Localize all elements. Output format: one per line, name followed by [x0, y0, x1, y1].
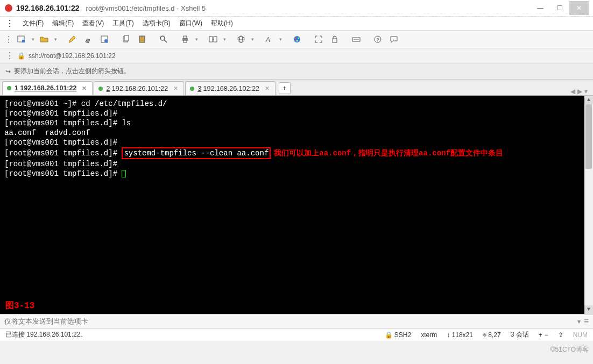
tab-nav-down-icon[interactable]: ▾ [584, 88, 588, 95]
print-icon[interactable] [178, 32, 193, 47]
status-term: xterm [421, 331, 437, 339]
watermark: ©51CTO博客 [550, 345, 589, 354]
compose-input[interactable] [4, 317, 577, 325]
help-icon[interactable]: ? [370, 32, 385, 47]
open-icon[interactable] [37, 32, 52, 47]
status-proto: SSH2 [394, 331, 411, 339]
tab-close-icon[interactable]: ✕ [82, 85, 87, 92]
title-bar: 192.168.26.101:22 root@vms001:/etc/tmpfi… [0, 0, 593, 16]
terminal-line: [root@vms001 tmpfiles.d]# [4, 109, 589, 118]
open-dropdown[interactable]: ▾ [53, 37, 58, 42]
compose-menu-icon[interactable]: ≡ [584, 317, 589, 326]
globe-icon[interactable] [234, 32, 249, 47]
status-pos: 8,27 [488, 331, 500, 339]
lock-icon[interactable] [327, 32, 342, 47]
pen-icon[interactable] [65, 32, 80, 47]
info-bar: ↪ 要添加当前会话，点击左侧的箭头按钮。 [0, 63, 593, 80]
new-session-icon[interactable] [14, 32, 29, 47]
svg-point-4 [104, 39, 108, 42]
terminal-line: [root@vms001 tmpfiles.d]# [4, 138, 589, 147]
menu-help[interactable]: 帮助(H) [211, 19, 233, 28]
status-dot-icon [98, 87, 103, 91]
svg-rect-6 [124, 35, 129, 41]
terminal[interactable]: [root@vms001 ~]# cd /etc/tmpfiles.d/[roo… [0, 96, 593, 314]
color-palette-icon[interactable] [290, 32, 305, 47]
copy-icon[interactable] [118, 32, 133, 47]
svg-point-9 [160, 36, 165, 40]
print-dropdown[interactable]: ▾ [194, 37, 199, 42]
status-connected: 已连接 192.168.26.101:22。 [5, 330, 87, 339]
terminal-line: [root@vms001 tmpfiles.d]# ls [4, 118, 589, 128]
menu-bar: ⋮ 文件(F) 编辑(E) 查看(V) 工具(T) 选项卡(B) 窗口(W) 帮… [0, 16, 593, 30]
scroll-down-icon[interactable]: ▼ [584, 305, 593, 314]
tab-close-icon[interactable]: ✕ [265, 85, 270, 92]
terminal-scrollbar[interactable]: ▲ ▼ [584, 96, 593, 314]
tab-close-icon[interactable]: ✕ [173, 85, 178, 92]
toolbar: ⋮ ▾ ▾ ▾ ▾ ▾ A ▾ ? [0, 30, 593, 48]
scroll-thumb[interactable] [585, 104, 592, 169]
figure-label: 图3-13 [5, 301, 34, 311]
addr-grip-icon[interactable]: ⋮ [5, 51, 14, 61]
minimize-button[interactable]: — [531, 1, 550, 15]
compose-bar: ▾ ≡ [0, 314, 593, 328]
menu-view[interactable]: 查看(V) [82, 19, 104, 28]
globe-dropdown[interactable]: ▾ [250, 37, 255, 42]
svg-point-23 [298, 38, 300, 39]
svg-text:A: A [265, 36, 270, 44]
plus-icon[interactable]: + [539, 331, 542, 339]
app-icon [4, 4, 13, 12]
menu-grip-icon[interactable]: ⋮ [5, 18, 14, 28]
caps-icon: ⇪ [558, 331, 563, 339]
tab-strip: 1 192.168.26.101:22 ✕ 2 192.168.26.101:2… [0, 80, 593, 96]
status-dot-icon [7, 86, 11, 90]
address-bar: ⋮ 🔒 ssh://root@192.168.26.101:22 [0, 48, 593, 63]
size-icon: ↕ [447, 331, 450, 339]
svg-point-24 [296, 40, 298, 42]
chat-icon[interactable] [386, 32, 401, 47]
status-dot-icon [190, 87, 194, 91]
arrow-hint-icon[interactable]: ↪ [5, 68, 11, 75]
status-bar: 已连接 192.168.26.101:22。 🔒 SSH2 xterm ↕ 11… [0, 328, 593, 341]
minus-icon[interactable]: − [545, 331, 548, 339]
terminal-line: [root@vms001 tmpfiles.d]# [4, 159, 589, 169]
terminal-line: [root@vms001 tmpfiles.d]# [4, 169, 589, 179]
menu-edit[interactable]: 编辑(E) [52, 19, 74, 28]
session-tab-1[interactable]: 1 192.168.26.101:22 ✕ [2, 81, 93, 95]
reconnect-dropdown[interactable]: ▾ [222, 37, 227, 42]
tab-nav-right-icon[interactable]: ▶ [577, 88, 582, 95]
paste-icon[interactable] [135, 32, 150, 47]
pos-icon: ⎆ [483, 331, 486, 339]
expand-icon[interactable] [311, 32, 326, 47]
brush-icon[interactable] [81, 32, 96, 47]
num-indicator: NUM [573, 331, 588, 339]
info-text: 要添加当前会话，点击左侧的箭头按钮。 [14, 67, 130, 76]
session-tab-2[interactable]: 2 192.168.26.101:22 ✕ [94, 81, 184, 95]
tab-nav-left-icon[interactable]: ◀ [570, 88, 575, 95]
menu-window[interactable]: 窗口(W) [179, 19, 202, 28]
keyboard-icon[interactable] [349, 32, 364, 47]
menu-tools[interactable]: 工具(T) [112, 19, 133, 28]
font-dropdown[interactable]: ▾ [278, 37, 283, 42]
toolbar-grip-icon[interactable]: ⋮ [4, 34, 13, 45]
maximize-button[interactable]: ☐ [550, 1, 569, 15]
menu-file[interactable]: 文件(F) [23, 19, 44, 28]
status-size: 118x21 [452, 331, 473, 339]
compose-dropdown-icon[interactable]: ▾ [577, 318, 581, 325]
menu-tabs[interactable]: 选项卡(B) [143, 19, 171, 28]
session-tab-3[interactable]: 3 192.168.26.102:22 ✕ [185, 81, 276, 95]
terminal-line: [root@vms001 tmpfiles.d]# systemd-tmpfil… [4, 147, 589, 159]
svg-rect-14 [209, 37, 213, 42]
font-icon[interactable]: A [262, 32, 277, 47]
svg-text:?: ? [377, 37, 379, 42]
reconnect-icon[interactable] [206, 32, 221, 47]
search-icon[interactable] [156, 32, 171, 47]
scroll-up-icon[interactable]: ▲ [584, 96, 593, 104]
new-session-dropdown[interactable]: ▾ [30, 37, 36, 42]
svg-point-0 [5, 4, 12, 12]
close-button[interactable]: ✕ [569, 1, 589, 15]
properties-icon[interactable] [97, 32, 112, 47]
svg-rect-15 [214, 37, 217, 42]
window-subtitle: root@vms001:/etc/tmpfiles.d - Xshell 5 [86, 4, 206, 12]
address-url[interactable]: ssh://root@192.168.26.101:22 [29, 52, 116, 60]
add-tab-button[interactable]: + [279, 82, 291, 94]
